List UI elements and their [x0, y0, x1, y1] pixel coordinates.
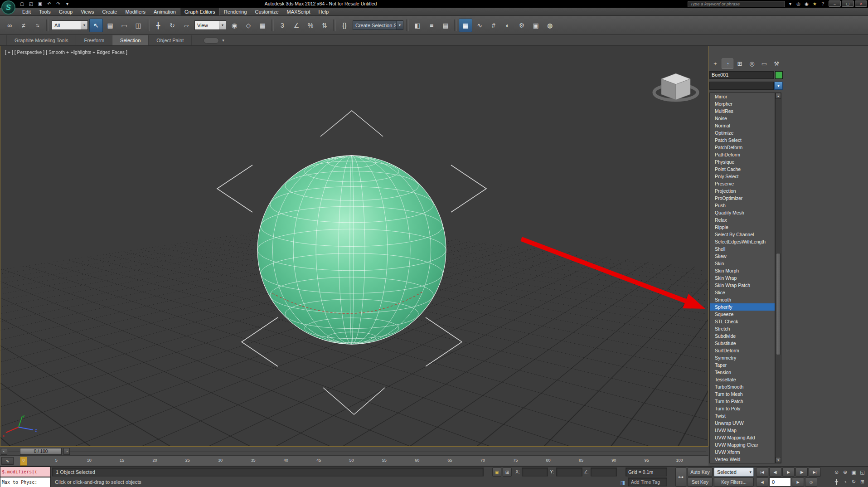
modifier-item-prooptimizer[interactable]: ProOptimizer [710, 195, 775, 202]
dropdown-arrow-icon[interactable] [396, 21, 403, 29]
menu-graph-editors[interactable]: Graph Editors [180, 8, 220, 15]
menu-edit[interactable]: Edit [18, 8, 35, 15]
menu-group[interactable]: Group [55, 8, 77, 15]
bind-to-space-warp-icon[interactable]: ≈ [31, 19, 44, 32]
dropdown-arrow-icon[interactable] [219, 21, 226, 29]
modifier-item-point-cache[interactable]: Point Cache [710, 166, 775, 173]
modifier-item-optimize[interactable]: Optimize [710, 129, 775, 136]
modifier-item-select-by-channel[interactable]: Select By Channel [710, 231, 775, 238]
modifier-item-spherify[interactable]: Spherify [710, 303, 775, 311]
communication-center-icon[interactable]: ◉ [803, 0, 810, 7]
select-and-rotate-icon[interactable]: ↻ [165, 19, 179, 32]
modifier-item-uvw-mapping-add[interactable]: UVW Mapping Add [710, 434, 775, 441]
auto-key-button[interactable]: Auto Key [688, 468, 713, 477]
menu-tools[interactable]: Tools [35, 8, 55, 15]
graphite-ribbon-toggle-icon[interactable]: ▦ [459, 19, 472, 32]
selection-filter-dropdown[interactable]: All [52, 20, 88, 30]
window-crossing-icon[interactable]: ◫ [131, 19, 145, 32]
motion-tab[interactable]: ◎ [746, 58, 758, 69]
go-to-start-button[interactable]: |◀ [756, 468, 768, 477]
maximize-viewport-toggle-icon[interactable]: ⊞ [858, 477, 867, 487]
modifier-list-dropdown-button[interactable] [774, 82, 783, 90]
modifier-item-patchdeform[interactable]: PatchDeform [710, 144, 775, 151]
modifier-item-surfdeform[interactable]: SurfDeform [710, 347, 775, 354]
modifier-item-selectedgeswithlength[interactable]: SelectEdgesWithLength [710, 238, 775, 245]
selection-lock-icon[interactable]: ▣ [492, 468, 501, 477]
macro-recorder-field[interactable]: $.modifiers[( [0, 467, 51, 477]
zoom-all-icon[interactable]: ⊕ [841, 468, 849, 477]
modifier-item-tessellate[interactable]: Tessellate [710, 376, 775, 383]
next-key-button[interactable]: ▶ [792, 477, 804, 487]
modifier-item-uvw-xform[interactable]: UVW Xform [710, 448, 775, 456]
box001-object[interactable] [257, 156, 446, 344]
viewcube[interactable] [652, 64, 702, 114]
create-key-button[interactable]: ⊶ [675, 468, 686, 487]
maxscript-listener-field[interactable]: Max to Physc: [0, 477, 51, 487]
modifier-item-twist[interactable]: Twist [710, 412, 775, 419]
viewport-label[interactable]: [ + ] [ Perspective ] [ Smooth + Highlig… [5, 49, 127, 55]
absolute-mode-icon[interactable]: ⊞ [503, 468, 512, 477]
time-slider-track[interactable] [8, 451, 706, 452]
play-button[interactable]: ▶ [782, 468, 795, 477]
modifier-item-skin[interactable]: Skin [710, 260, 775, 267]
menu-modifiers[interactable]: Modifiers [121, 8, 150, 15]
curve-editor-icon[interactable]: ∿ [473, 19, 486, 32]
modifier-item-preserve[interactable]: Preserve [710, 180, 775, 187]
ribbon-tab-graphite-modeling-tools[interactable]: Graphite Modeling Tools [6, 35, 76, 45]
next-frame-arrow[interactable]: > [63, 448, 70, 455]
unlink-selection-icon[interactable]: ≠ [17, 19, 30, 32]
modifier-item-skin-wrap[interactable]: Skin Wrap [710, 274, 775, 282]
modifier-item-turn-to-poly[interactable]: Turn to Poly [710, 405, 775, 412]
modifier-item-poly-select[interactable]: Poly Select [710, 173, 775, 180]
key-filters-button[interactable]: Key Filters... [714, 477, 754, 487]
edit-named-selection-sets-icon[interactable]: {} [338, 19, 351, 32]
menu-rendering[interactable]: Rendering [220, 8, 251, 15]
modifier-item-squeeze[interactable]: Squeeze [710, 311, 775, 318]
time-slider[interactable]: < 0 / 100 > [0, 447, 708, 455]
ribbon-overflow-pill[interactable] [204, 38, 219, 44]
help-icon[interactable]: ? [820, 0, 826, 7]
zoom-icon[interactable]: ⊙ [832, 468, 841, 477]
display-tab[interactable]: ▭ [758, 58, 770, 69]
ribbon-tab-freeform[interactable]: Freeform [76, 35, 112, 45]
menu-customize[interactable]: Customize [251, 8, 283, 15]
object-name-field[interactable]: Box001 [709, 71, 774, 79]
select-and-link-icon[interactable]: ∞ [3, 19, 16, 32]
spinner-snap-icon[interactable]: ⇅ [318, 19, 331, 32]
modifier-item-projection[interactable]: Projection [710, 187, 775, 195]
modifier-item-skin-morph[interactable]: Skin Morph [710, 267, 775, 274]
select-and-move-icon[interactable]: ╋ [151, 19, 165, 32]
next-frame-button[interactable]: |▶ [795, 468, 808, 477]
time-slider-handle[interactable]: 0 / 100 [20, 448, 62, 455]
menu-help[interactable]: Help [315, 8, 333, 15]
modifier-item-physique[interactable]: Physique [710, 158, 775, 166]
modifier-list-combo[interactable] [709, 82, 774, 90]
menu-views[interactable]: Views [77, 8, 98, 15]
mirror-icon[interactable]: ◧ [411, 19, 424, 32]
modifier-item-morpher[interactable]: Morpher [710, 100, 775, 107]
modifier-item-patch-select[interactable]: Patch Select [710, 136, 775, 144]
ribbon-tab-object-paint[interactable]: Object Paint [149, 35, 192, 45]
percent-snap-icon[interactable]: % [304, 19, 317, 32]
application-menu-logo[interactable]: S [1, 0, 15, 15]
mini-curve-editor-button[interactable]: ∿ [1, 457, 14, 465]
close-button[interactable]: ✕ [855, 0, 867, 7]
search-options-icon[interactable]: ▾ [787, 0, 794, 7]
modifier-item-mirror[interactable]: Mirror [710, 93, 775, 100]
previous-key-button[interactable]: ◀ [756, 477, 768, 487]
create-tab[interactable]: + [709, 58, 721, 69]
previous-frame-button[interactable]: ◀| [769, 468, 781, 477]
modifier-item-stl-check[interactable]: STL Check [710, 318, 775, 325]
render-setup-icon[interactable]: ⚙ [515, 19, 529, 32]
snap-toggle-icon[interactable]: 3 [276, 19, 289, 32]
modifier-item-vertex-weld[interactable]: Vertex Weld [710, 456, 775, 463]
rendered-frame-window-icon[interactable]: ▣ [529, 19, 543, 32]
perspective-viewport[interactable]: [ + ] [ Perspective ] [ Smooth + Highlig… [0, 46, 708, 447]
render-production-icon[interactable]: ◍ [543, 19, 557, 32]
schematic-view-icon[interactable]: # [487, 19, 500, 32]
layer-manager-icon[interactable]: ▤ [439, 19, 452, 32]
menu-maxscript[interactable]: MAXScript [283, 8, 315, 15]
x-coordinate-field[interactable] [522, 468, 548, 477]
modifier-item-unwrap-uvw[interactable]: Unwrap UVW [710, 419, 775, 427]
object-color-swatch[interactable] [775, 71, 783, 79]
